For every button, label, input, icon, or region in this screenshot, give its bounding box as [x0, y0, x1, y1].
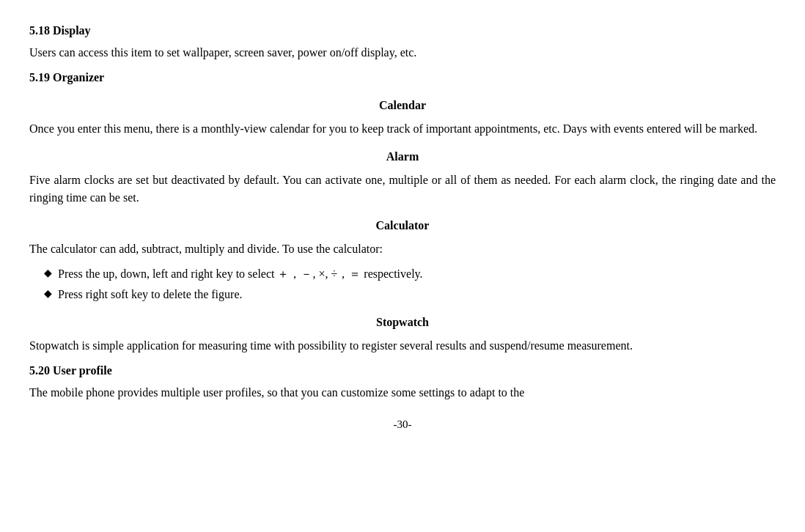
subsection-stopwatch: Stopwatch Stopwatch is simple applicatio… [29, 314, 776, 355]
bullet-item-1: Press the up, down, left and right key t… [29, 265, 776, 283]
section-5-18: 5.18 Display Users can access this item … [29, 22, 776, 62]
subsection-alarm: Alarm Five alarm clocks are set but deac… [29, 148, 776, 207]
subsection-calendar: Calendar Once you enter this menu, there… [29, 97, 776, 138]
section-5-19: 5.19 Organizer Calendar Once you enter t… [29, 69, 776, 355]
subheading-alarm: Alarm [29, 148, 776, 166]
page-number: -30- [29, 416, 776, 433]
paragraph-alarm: Five alarm clocks are set but deactivate… [29, 171, 776, 207]
heading-5-19: 5.19 Organizer [29, 69, 776, 86]
subsection-calculator: Calculator The calculator can add, subtr… [29, 217, 776, 303]
bullet-text-2: Press right soft key to delete the figur… [58, 286, 243, 303]
subheading-stopwatch: Stopwatch [29, 314, 776, 331]
paragraph-calculator: The calculator can add, subtract, multip… [29, 240, 776, 258]
heading-5-18: 5.18 Display [29, 22, 776, 40]
bullet-text-1: Press the up, down, left and right key t… [58, 265, 423, 283]
paragraph-calendar: Once you enter this menu, there is a mon… [29, 120, 776, 138]
heading-5-20: 5.20 User profile [29, 362, 776, 380]
bullet-item-2: Press right soft key to delete the figur… [29, 286, 776, 303]
paragraph-5-18: Users can access this item to set wallpa… [29, 44, 776, 62]
calculator-bullet-list: Press the up, down, left and right key t… [29, 265, 776, 303]
paragraph-stopwatch: Stopwatch is simple application for meas… [29, 337, 776, 355]
subheading-calculator: Calculator [29, 217, 776, 234]
subheading-calendar: Calendar [29, 97, 776, 114]
paragraph-5-20: The mobile phone provides multiple user … [29, 384, 776, 402]
section-5-20: 5.20 User profile The mobile phone provi… [29, 362, 776, 402]
